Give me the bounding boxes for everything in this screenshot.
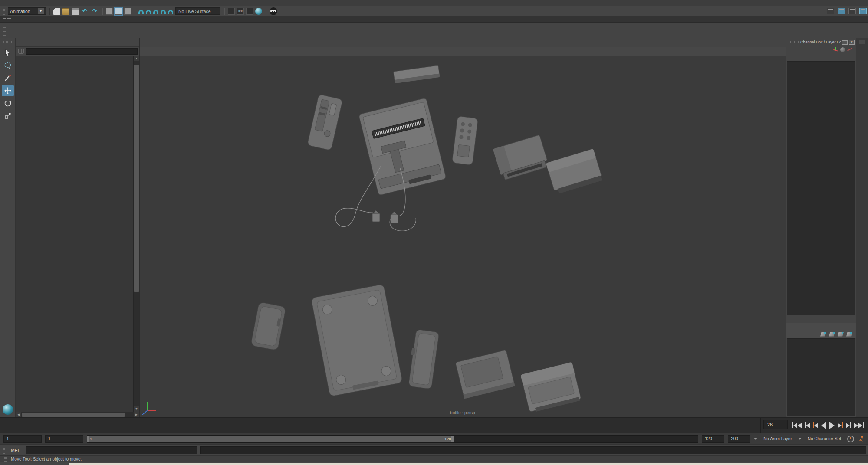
- step-forward-key-button[interactable]: [838, 421, 843, 430]
- snap-view-icon[interactable]: [168, 10, 173, 14]
- open-scene-icon[interactable]: [62, 8, 69, 15]
- new-layer-selected-icon[interactable]: [846, 332, 852, 337]
- snap-projected-icon[interactable]: [161, 10, 166, 14]
- channel-box-list[interactable]: [787, 61, 855, 315]
- model-plug2[interactable]: [391, 212, 398, 223]
- model-cartridge1[interactable]: [493, 135, 549, 180]
- new-scene-icon[interactable]: [53, 8, 60, 15]
- divider[interactable]: [49, 8, 50, 15]
- new-empty-layer-icon[interactable]: [838, 332, 844, 337]
- divider[interactable]: [266, 8, 266, 15]
- step-back-key-button[interactable]: [813, 421, 818, 430]
- manipulator-icon[interactable]: [833, 47, 838, 52]
- viewport-canvas[interactable]: bottle : persp: [140, 56, 786, 417]
- model-cartridge-shell2[interactable]: [520, 362, 581, 413]
- step-forward-frame-button[interactable]: [846, 421, 851, 430]
- filter-icon[interactable]: [18, 49, 24, 54]
- move-layer-up-icon[interactable]: [820, 332, 826, 337]
- move-layer-down-icon[interactable]: [829, 332, 835, 337]
- shelf-drag-handle[interactable]: [3, 25, 6, 36]
- animation-start-field[interactable]: 1: [3, 435, 42, 443]
- divider[interactable]: [224, 8, 224, 15]
- chevron-down-icon[interactable]: [754, 438, 757, 440]
- go-to-start-button[interactable]: [792, 421, 802, 430]
- model-plug1[interactable]: [372, 210, 380, 222]
- snap-curve-icon[interactable]: [146, 10, 151, 14]
- playback-start-field[interactable]: 1: [45, 435, 83, 443]
- paint-effects-icon[interactable]: [255, 8, 262, 15]
- playback-speed-icon[interactable]: [847, 436, 854, 442]
- model-console-shell[interactable]: [311, 284, 403, 396]
- drag-handle[interactable]: [3, 447, 5, 454]
- animation-end-field[interactable]: 200: [728, 435, 750, 443]
- ipr-render-icon[interactable]: IPR: [237, 8, 244, 15]
- snap-grid-icon[interactable]: [138, 10, 144, 14]
- scale-tool[interactable]: [2, 110, 14, 121]
- drag-handle[interactable]: [3, 8, 5, 15]
- outliner-horizontal-scrollbar[interactable]: ◀ ▶: [16, 412, 139, 417]
- chevron-down-icon[interactable]: [798, 438, 802, 440]
- drag-handle[interactable]: [788, 41, 799, 43]
- lasso-tool[interactable]: [2, 60, 14, 71]
- drag-handle[interactable]: [4, 457, 7, 462]
- speed-icon[interactable]: [840, 47, 845, 52]
- render-icon[interactable]: [228, 8, 235, 15]
- close-icon[interactable]: ×: [849, 40, 855, 45]
- live-surface-field[interactable]: No Live Surface: [175, 7, 220, 15]
- paint-select-tool[interactable]: [2, 72, 14, 84]
- rotate-tool[interactable]: [2, 98, 14, 109]
- scroll-up-icon[interactable]: ▲: [134, 56, 139, 61]
- scrollbar-thumb[interactable]: [134, 65, 139, 292]
- workspace-panes-icon[interactable]: [848, 8, 856, 14]
- select-hierarchy-icon[interactable]: [106, 8, 113, 15]
- menu-set-dropdown[interactable]: Animation ▼: [8, 7, 46, 15]
- outliner-search-input[interactable]: [26, 48, 138, 55]
- range-slider-bar[interactable]: 1 120: [87, 436, 454, 442]
- model-joystick-shell1[interactable]: [251, 302, 286, 350]
- select-component-icon[interactable]: [124, 8, 131, 15]
- hyperbolic-icon[interactable]: [847, 48, 852, 51]
- auto-keyframe-icon[interactable]: [858, 436, 865, 442]
- redo-icon[interactable]: ↷: [91, 8, 99, 15]
- save-scene-icon[interactable]: [72, 8, 79, 15]
- select-object-icon[interactable]: [115, 8, 122, 15]
- model-joystick2[interactable]: [452, 116, 478, 165]
- layer-list[interactable]: [787, 338, 855, 416]
- range-slider-track[interactable]: 1 120: [87, 435, 698, 443]
- play-forwards-button[interactable]: [829, 421, 835, 430]
- workspace-grid-icon[interactable]: [859, 8, 867, 14]
- move-tool[interactable]: [2, 85, 14, 96]
- outliner-vertical-scrollbar[interactable]: ▲ ▼: [133, 56, 139, 412]
- snap-point-icon[interactable]: [153, 10, 158, 14]
- select-tool[interactable]: [2, 47, 14, 59]
- toolbox-drag-handle[interactable]: [3, 41, 12, 43]
- scrollbar-thumb[interactable]: [22, 413, 125, 417]
- model-joystick1[interactable]: [307, 94, 343, 151]
- timeline-ruler[interactable]: [0, 418, 761, 433]
- render-settings-icon[interactable]: [246, 8, 253, 15]
- command-line-output[interactable]: [200, 446, 866, 454]
- workspace-list-icon[interactable]: [838, 8, 845, 14]
- divider[interactable]: [102, 8, 102, 15]
- go-to-end-button[interactable]: [854, 421, 864, 430]
- step-back-frame-button[interactable]: [805, 421, 810, 430]
- scroll-left-icon[interactable]: ◀: [16, 412, 21, 417]
- command-line-input[interactable]: [26, 446, 197, 454]
- ninja-ball-icon[interactable]: [3, 404, 13, 415]
- model-cartridge-shell1[interactable]: [455, 350, 515, 399]
- shelf-menu-icon[interactable]: [1, 17, 12, 22]
- character-set-dropdown[interactable]: No Character Set: [805, 435, 844, 443]
- undo-icon[interactable]: ↶: [81, 8, 89, 15]
- model-slot-bar[interactable]: [394, 65, 440, 83]
- command-line-language-button[interactable]: MEL: [8, 448, 23, 453]
- current-frame-field[interactable]: 26: [763, 420, 788, 429]
- scroll-right-icon[interactable]: ▶: [134, 412, 139, 417]
- ninja-dojo-icon[interactable]: [270, 7, 277, 15]
- scroll-down-icon[interactable]: ▼: [134, 406, 139, 412]
- model-joystick-shell2[interactable]: [407, 329, 439, 389]
- anim-layer-dropdown[interactable]: No Anim Layer: [761, 435, 795, 443]
- play-backwards-button[interactable]: [821, 421, 826, 430]
- workspace-cube-icon[interactable]: [827, 8, 834, 14]
- model-console[interactable]: [358, 98, 446, 195]
- model-cartridge2[interactable]: [546, 149, 603, 195]
